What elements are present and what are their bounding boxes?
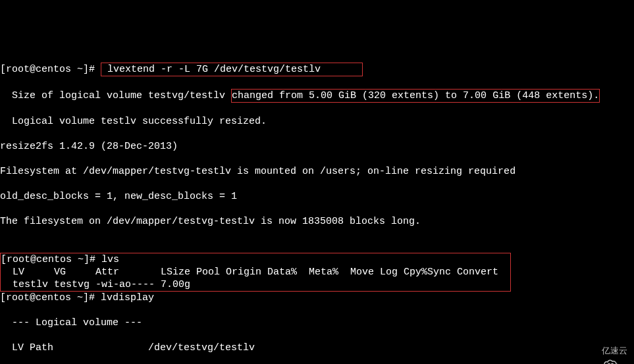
prompt: [root@centos ~]# [0,292,101,303]
command-text: lvextend -r -L 7G /dev/testvg/testlv [107,64,321,75]
watermark-logo: 亿速云 [582,345,627,357]
prompt: [root@centos ~]# [1,254,101,265]
output-resize2fs: resize2fs 1.42.9 (28-Dec-2013) [0,140,634,153]
output-blocks-long: The filesystem on /dev/mapper/testvg-tes… [0,215,634,228]
lvs-row: testlv testvg -wi-ao---- 7.00g [1,279,510,290]
output-size-prefix: Size of logical volume testvg/testlv [0,90,231,101]
terminal-output: [root@centos ~]# lvextend -r -L 7G /dev/… [0,50,634,364]
watermark-text: 亿速云 [602,345,627,357]
command-lvdisplay: lvdisplay [101,292,154,303]
output-filesystem-mounted: Filesystem at /dev/mapper/testvg-testlv … [0,165,634,178]
lvdisplay-path: LV Path /dev/testvg/testlv [0,342,634,354]
lvdisplay-header: --- Logical volume --- [0,317,634,329]
cloud-icon [582,346,599,357]
output-resized: Logical volume testlv successfully resiz… [0,115,634,128]
output-size-change-highlighted: changed from 5.00 GiB (320 extents) to 7… [231,89,600,103]
lvs-block-highlighted: [root@centos ~]# lvs LV VG Attr LSize Po… [0,253,511,292]
command-lvextend-highlighted: lvextend -r -L 7G /dev/testvg/testlv [101,63,363,76]
command-lvs: lvs [101,254,119,265]
prompt: [root@centos ~]# [0,64,101,75]
lvs-header: LV VG Attr LSize Pool Origin Data% Meta%… [1,267,498,278]
output-desc-blocks: old_desc_blocks = 1, new_desc_blocks = 1 [0,190,634,203]
